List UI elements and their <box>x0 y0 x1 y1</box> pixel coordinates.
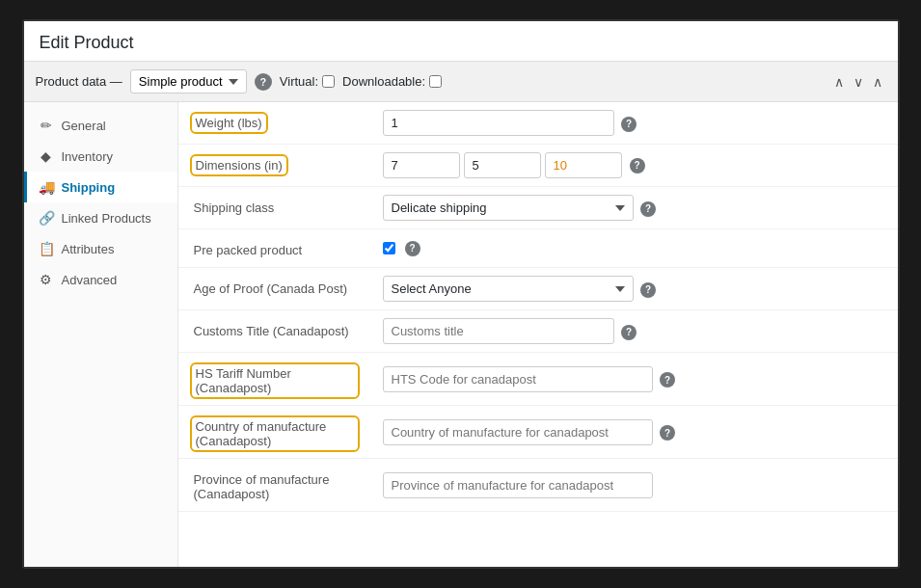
sidebar-item-general[interactable]: ✏ General <box>24 110 177 141</box>
weight-input[interactable] <box>383 110 614 136</box>
downloadable-label: Downloadable: <box>342 74 442 89</box>
page-title: Edit Product <box>40 33 882 53</box>
province-manufacture-row: Province of manufacture (Canadapost) <box>178 459 898 512</box>
downloadable-checkbox[interactable] <box>429 75 442 88</box>
general-icon: ✏ <box>39 118 54 133</box>
sidebar-item-advanced[interactable]: ⚙ Advanced <box>24 264 177 295</box>
hs-tariff-row: HS Tariff Number (Canadapost) ? <box>178 353 898 406</box>
dim-length-input[interactable] <box>383 152 460 178</box>
sidebar-item-label-attributes: Attributes <box>62 242 115 256</box>
sidebar-item-linked-products[interactable]: 🔗 Linked Products <box>24 202 177 233</box>
sidebar: ✏ General ◆ Inventory 🚚 Shipping 🔗 Linke… <box>24 102 178 567</box>
dim-height-input[interactable] <box>545 152 622 178</box>
shipping-class-help-icon[interactable]: ? <box>640 201 656 217</box>
age-of-proof-select[interactable]: Select Anyone <box>383 276 634 302</box>
virtual-checkbox[interactable] <box>322 75 335 88</box>
linked-products-icon: 🔗 <box>39 210 54 226</box>
nav-collapse-button[interactable]: ∧ <box>869 72 886 92</box>
hs-tariff-input[interactable] <box>383 366 653 392</box>
age-of-proof-row: Age of Proof (Canada Post) Select Anyone… <box>178 268 898 310</box>
inventory-icon: ◆ <box>39 148 54 164</box>
shipping-icon: 🚚 <box>39 179 54 195</box>
shipping-class-row: Shipping class Delicate shipping ? <box>178 187 898 229</box>
toolbar: Product data — Simple product ? Virtual:… <box>24 62 898 102</box>
province-manufacture-label: Province of manufacture (Canadapost) <box>194 472 330 501</box>
help-icon[interactable]: ? <box>255 73 272 91</box>
dimensions-help-icon[interactable]: ? <box>630 158 645 174</box>
country-manufacture-help-icon[interactable]: ? <box>660 425 675 441</box>
country-manufacture-row: Country of manufacture (Canadapost) ? <box>178 406 898 459</box>
weight-label: Weight (lbs) <box>194 116 264 130</box>
weight-help-icon[interactable]: ? <box>621 117 637 132</box>
pre-packed-help-icon[interactable]: ? <box>405 241 420 256</box>
customs-title-help-icon[interactable]: ? <box>621 325 637 340</box>
dim-width-input[interactable] <box>464 152 541 178</box>
age-of-proof-label: Age of Proof (Canada Post) <box>194 281 348 296</box>
main-window: Edit Product Product data — Simple produ… <box>22 19 900 569</box>
dimensions-label: Dimensions (in) <box>194 158 284 173</box>
customs-title-row: Customs Title (Canadapost) ? <box>178 310 898 353</box>
dimensions-row: Dimensions (in) ? <box>178 145 898 187</box>
age-of-proof-help-icon[interactable]: ? <box>640 282 656 298</box>
sidebar-item-inventory[interactable]: ◆ Inventory <box>24 141 177 172</box>
country-manufacture-label: Country of manufacture (Canadapost) <box>194 419 356 448</box>
sidebar-item-label-advanced: Advanced <box>62 273 118 287</box>
main-panel: Weight (lbs) ? Dimensions (in) <box>178 102 898 567</box>
hs-tariff-help-icon[interactable]: ? <box>660 372 675 388</box>
weight-row: Weight (lbs) ? <box>178 102 898 145</box>
pre-packed-checkbox[interactable] <box>383 242 395 254</box>
sidebar-item-label-linked-products: Linked Products <box>62 211 151 226</box>
sidebar-item-shipping[interactable]: 🚚 Shipping <box>24 172 177 202</box>
customs-title-input[interactable] <box>383 318 614 344</box>
pre-packed-label: Pre packed product <box>194 243 303 257</box>
attributes-icon: 📋 <box>39 241 54 256</box>
toolbar-nav: ∧ ∨ ∧ <box>830 72 886 92</box>
nav-up-button[interactable]: ∧ <box>830 72 848 92</box>
pre-packed-container: ? <box>383 241 886 256</box>
sidebar-item-label-inventory: Inventory <box>62 149 113 164</box>
nav-down-button[interactable]: ∨ <box>850 72 867 92</box>
advanced-icon: ⚙ <box>39 272 54 287</box>
province-manufacture-input[interactable] <box>383 472 653 498</box>
shipping-class-label: Shipping class <box>194 200 275 215</box>
shipping-class-select[interactable]: Delicate shipping <box>383 195 634 221</box>
pre-packed-row: Pre packed product ? <box>178 229 898 268</box>
customs-title-label: Customs Title (Canadapost) <box>194 324 349 338</box>
hs-tariff-label: HS Tariff Number (Canadapost) <box>194 366 356 395</box>
product-type-select[interactable]: Simple product <box>130 69 247 94</box>
dims-container: ? <box>383 152 886 178</box>
virtual-label: Virtual: <box>280 74 335 89</box>
content-area: ✏ General ◆ Inventory 🚚 Shipping 🔗 Linke… <box>24 102 898 567</box>
form-table: Weight (lbs) ? Dimensions (in) <box>178 102 898 512</box>
product-data-label: Product data — <box>36 74 122 89</box>
sidebar-item-label-shipping: Shipping <box>62 180 116 195</box>
sidebar-item-label-general: General <box>62 119 106 133</box>
sidebar-item-attributes[interactable]: 📋 Attributes <box>24 233 177 264</box>
country-manufacture-input[interactable] <box>383 419 653 445</box>
window-header: Edit Product <box>24 21 898 62</box>
